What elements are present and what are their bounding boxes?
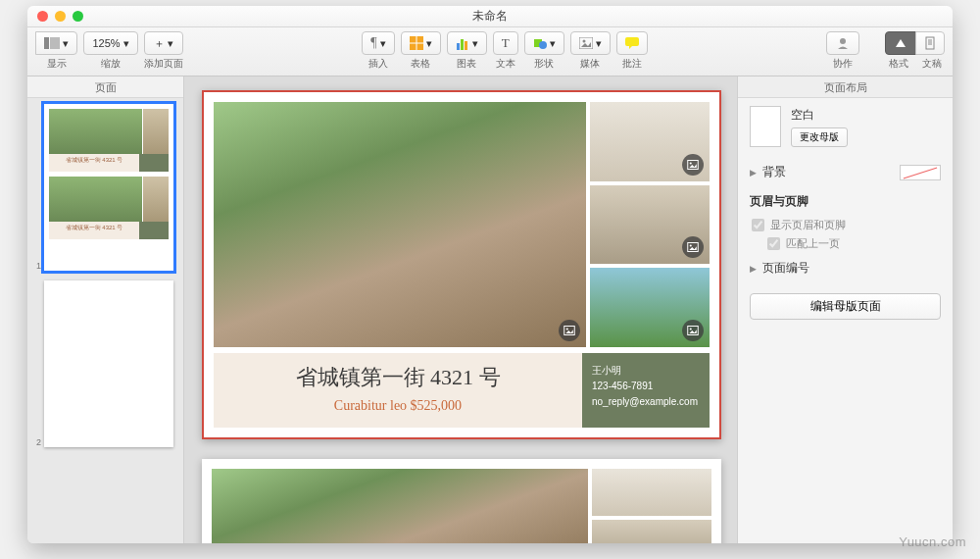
format-inspector: 页面布局 空白 更改母版 ▶背景 页眉与页脚 显示页眉和页脚 匹配上一页 ▶页面… [737, 76, 953, 543]
svg-rect-1 [50, 37, 60, 49]
page-thumbnails[interactable]: 1 省城镇第一街 4321 号 省城镇第一街 4321 号 2 [27, 98, 183, 543]
view-button[interactable]: ▾ [35, 31, 77, 55]
photo-living[interactable] [592, 520, 711, 543]
zoom-button[interactable] [73, 11, 83, 22]
close-button[interactable] [37, 11, 48, 22]
change-master-button[interactable]: 更改母版 [791, 127, 848, 147]
svg-point-9 [539, 41, 547, 49]
add-page-button[interactable]: ＋ ▾ [144, 31, 183, 55]
svg-point-19 [566, 328, 568, 330]
page-number: 2 [33, 437, 41, 447]
page-canvas[interactable]: 省城镇第一街 4321 号 Curabitur leo $525,000 王小明… [184, 76, 737, 543]
background-swatch[interactable] [900, 165, 941, 180]
inspector-header: 页面布局 [738, 76, 953, 98]
main-photo[interactable] [212, 469, 588, 543]
layout-name: 空白 [791, 107, 848, 124]
agent-name: 王小明 [592, 363, 700, 379]
image-placeholder-button[interactable] [682, 236, 704, 258]
svg-point-13 [840, 38, 846, 44]
agent-phone: 123-456-7891 [592, 379, 700, 394]
document-tab[interactable] [915, 31, 945, 55]
document-page[interactable]: 省城镇第一街 4321 号 Curabitur leo $525,000 王小明… [202, 90, 721, 439]
svg-point-11 [582, 40, 585, 43]
titlebar: 未命名 [27, 6, 953, 27]
insert-button[interactable]: ¶ ▾ [362, 31, 394, 55]
chart-button[interactable]: ▾ [447, 31, 487, 55]
svg-point-23 [690, 245, 692, 247]
headerfooter-title: 页眉与页脚 [750, 193, 941, 210]
photo-kitchen[interactable] [590, 102, 710, 181]
main-photo[interactable] [214, 102, 586, 347]
listing-title-block[interactable]: 省城镇第一街 4321 号 Curabitur leo $525,000 [214, 353, 582, 428]
content-area: 页面 1 省城镇第一街 4321 号 省城镇第一街 4321 号 2 [27, 76, 953, 543]
disclosure-icon: ▶ [750, 264, 757, 274]
photo-playground[interactable] [590, 268, 710, 347]
page-numbering-section[interactable]: ▶页面编号 [750, 253, 941, 283]
svg-rect-5 [457, 43, 460, 50]
sidebar-header: 页面 [27, 76, 183, 98]
text-button[interactable]: T [493, 31, 518, 55]
disclosure-icon: ▶ [750, 168, 757, 178]
svg-rect-14 [926, 37, 934, 49]
toolbar: ▾ 显示 125% ▾ 缩放 ＋ ▾ 添加页面 ¶ ▾插入 ▾表格 ▾图表 T文… [27, 27, 953, 76]
add-page-label: 添加页面 [144, 57, 183, 71]
pages-sidebar: 页面 1 省城镇第一街 4321 号 省城镇第一街 4321 号 2 [27, 76, 184, 543]
page-thumbnail-2[interactable] [44, 280, 173, 447]
zoom-select[interactable]: 125% ▾ [83, 31, 138, 55]
image-placeholder-button[interactable] [682, 320, 704, 341]
document-page[interactable] [202, 459, 721, 543]
layout-thumbnail [750, 106, 781, 147]
table-button[interactable]: ▾ [401, 31, 441, 55]
agent-email: no_reply@example.com [592, 394, 700, 410]
collaborate-button[interactable] [826, 31, 859, 55]
shape-button[interactable]: ▾ [524, 31, 564, 55]
photo-living[interactable] [590, 185, 710, 265]
minimize-button[interactable] [55, 11, 66, 22]
listing-card[interactable]: 省城镇第一街 4321 号 Curabitur leo $525,000 王小明… [202, 90, 721, 439]
svg-point-21 [690, 162, 692, 164]
watermark: Yuucn.com [899, 534, 966, 549]
view-label: 显示 [47, 57, 67, 71]
svg-point-25 [690, 328, 692, 330]
svg-rect-7 [465, 41, 467, 50]
page-number: 1 [33, 261, 41, 271]
page-thumbnail-1[interactable]: 省城镇第一街 4321 号 省城镇第一街 4321 号 [44, 104, 173, 271]
listing-address: 省城镇第一街 4321 号 [218, 363, 578, 392]
background-section[interactable]: ▶背景 [750, 157, 941, 187]
svg-rect-12 [625, 37, 639, 46]
media-button[interactable]: ▾ [570, 31, 611, 55]
edit-master-pages-button[interactable]: 编辑母版页面 [750, 293, 941, 320]
agent-block[interactable]: 王小明 123-456-7891 no_reply@example.com [582, 353, 710, 428]
comment-button[interactable] [616, 31, 648, 55]
window-title: 未命名 [27, 8, 953, 25]
image-placeholder-button[interactable] [682, 154, 704, 176]
listing-price: Curabitur leo $525,000 [218, 398, 578, 414]
show-header-footer-checkbox[interactable]: 显示页眉和页脚 [750, 216, 941, 234]
svg-rect-0 [44, 37, 49, 49]
zoom-label: 缩放 [101, 57, 121, 71]
format-tab[interactable] [885, 31, 916, 55]
image-placeholder-button[interactable] [559, 320, 580, 341]
svg-rect-6 [461, 39, 464, 50]
app-window: 未命名 ▾ 显示 125% ▾ 缩放 ＋ ▾ 添加页面 ¶ ▾插入 ▾表格 ▾图… [27, 6, 953, 543]
photo-kitchen[interactable] [592, 469, 711, 516]
window-controls [27, 11, 83, 22]
match-previous-checkbox[interactable]: 匹配上一页 [750, 234, 941, 253]
